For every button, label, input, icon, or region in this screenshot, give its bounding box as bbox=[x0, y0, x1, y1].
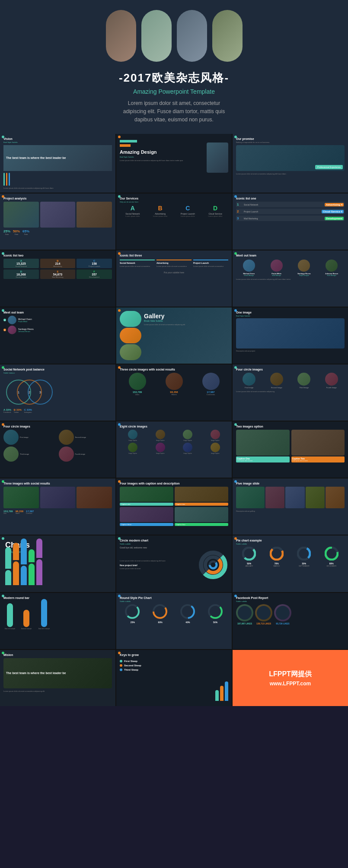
service-a: A Social Network Lorem ipsum dolor bbox=[120, 205, 146, 217]
fb-report-title: Facebook Post Report bbox=[236, 596, 345, 599]
two-images-title: Two images option bbox=[236, 425, 345, 428]
slide-promise: Our promise Nothing is impossible for us… bbox=[233, 134, 348, 193]
slides-grid: Vision Brief Style Subtitle The best tea… bbox=[0, 134, 348, 706]
three-img-title: Three images with social results bbox=[3, 482, 112, 485]
hero-col-4 bbox=[212, 10, 243, 62]
fc1-item-1: First Image bbox=[236, 373, 262, 389]
team1-avatar-4 bbox=[326, 260, 338, 272]
slide-indicator-14 bbox=[118, 366, 121, 369]
slide-indicator-16 bbox=[2, 423, 4, 426]
slide-iconic-list-three: Iconic list three Social Network Lorem i… bbox=[116, 250, 232, 307]
slide-charts: Charts Brief Style Subtitle bbox=[0, 535, 115, 592]
iconic2-e: E 54,873 Mail Marketing bbox=[40, 269, 76, 279]
vision-title: Vision bbox=[3, 137, 112, 140]
project-images bbox=[3, 202, 112, 228]
rpie-2: 60% bbox=[153, 604, 168, 624]
slide-indicator-28 bbox=[2, 652, 4, 654]
fc2-item-1: First image bbox=[3, 430, 57, 445]
slide-indicator-26 bbox=[118, 595, 121, 597]
team1-role-3: Graphic Designer bbox=[291, 275, 317, 276]
iconic2-c: C 158 Project Launch bbox=[77, 259, 112, 268]
promise-desc: Lorem ipsum dolor sit amet consectetur a… bbox=[236, 173, 345, 175]
iconic2-a: A 15,325 Social Network bbox=[3, 259, 39, 268]
promise-image: Professional Experience bbox=[236, 145, 345, 171]
slide-indicator-20 bbox=[118, 480, 121, 483]
bar-1a bbox=[5, 547, 11, 569]
gallery-content: Gallery Break Slide Subtitle Lorem ipsum… bbox=[120, 311, 228, 360]
slide-indicator-7 bbox=[2, 252, 4, 255]
slide-indicator-9 bbox=[234, 252, 237, 255]
fb-circle-3 bbox=[274, 604, 291, 621]
rbar-3 bbox=[41, 599, 47, 627]
gallery-desc: Lorem ipsum dolor sit amet consectetur a… bbox=[144, 323, 226, 326]
slide-iconic-list-two: Iconic list two A 15,325 Social Network … bbox=[0, 250, 115, 307]
slide-indicator-2 bbox=[118, 136, 121, 138]
ec-8: Image Caption bbox=[202, 443, 229, 454]
iconic3-cols: Social Network Lorem ipsum dolor sit ame… bbox=[120, 260, 228, 268]
footer-url: www.LFPPT.com bbox=[270, 681, 311, 687]
bar-5a bbox=[36, 539, 42, 558]
fc2-img-1 bbox=[3, 430, 19, 445]
four-img-3: Caption three bbox=[120, 507, 173, 526]
iconic2-title: Iconic list two bbox=[3, 254, 112, 257]
promise-badge: Professional Experience bbox=[315, 165, 343, 169]
rbar-group-2: Data two example bbox=[20, 610, 33, 630]
slide-keys-grow: Keys to grow First Steep Second Steep Th… bbox=[116, 650, 232, 706]
five-img-2 bbox=[265, 487, 284, 508]
slide-eight-circle: Eight circle images Image Caption Image … bbox=[116, 421, 232, 478]
pie-jan: 50% JANUARY bbox=[242, 547, 256, 567]
team1-member-2: Paula White Studio Manager bbox=[264, 260, 290, 276]
team2-avatar-1 bbox=[8, 316, 16, 324]
slide-indicator-8 bbox=[118, 252, 121, 255]
services-subtitle: Only we do service here bbox=[120, 201, 228, 203]
team1-member-3: Santiago Rivera Graphic Designer bbox=[291, 260, 317, 276]
three-circle-title: Three circle images with social results bbox=[120, 368, 228, 371]
fb-report-content: 187,987 LIKES 138,713 LIKES 93,726 LIKES bbox=[236, 604, 345, 625]
circle-2: 98,358 Shares bbox=[156, 373, 192, 396]
img-right-caption: Caption Two Lorem ipsum dolor sit amet bbox=[291, 456, 345, 463]
fb-circle-2 bbox=[255, 604, 272, 621]
five-img-row bbox=[236, 487, 345, 508]
slide-modern-round: Modern round bar Data one example Data t… bbox=[0, 593, 115, 649]
svg-text:2: 2 bbox=[29, 391, 30, 394]
bar-group-3 bbox=[21, 539, 27, 585]
slide-three-circle: Three circle images with social results … bbox=[116, 364, 232, 421]
fc2-item-2: Second image bbox=[59, 430, 112, 445]
design-accent-orange bbox=[120, 144, 131, 147]
team2-members: A Michael Owen Paula White B Santiago Ri… bbox=[3, 316, 112, 334]
slide-mission: Mision The best team is where the best l… bbox=[0, 650, 115, 706]
one-image-desc: Description about project bbox=[236, 350, 345, 352]
footer-content: LFPPT网提供 www.LFPPT.com bbox=[236, 653, 345, 703]
bar-group-5 bbox=[36, 539, 42, 585]
social-donut-row: 1 2 3 bbox=[3, 376, 112, 406]
social-subtitle: Subtle balance bbox=[3, 372, 112, 374]
bar-group-2 bbox=[13, 543, 19, 585]
five-img-5 bbox=[326, 487, 345, 508]
four-circles-1: First Image Second Image Third Image Fou… bbox=[236, 373, 345, 389]
pie-chart-content: 50% JANUARY 70% MARCH 30% SEPTEMBER bbox=[236, 547, 345, 567]
fc2-img-4 bbox=[59, 447, 74, 462]
fc1-text: Lorem ipsum dolor sit amet consectetur a… bbox=[236, 390, 345, 393]
circle-img-1 bbox=[129, 373, 146, 390]
key-dot-2 bbox=[120, 664, 122, 667]
fb-report-subtitle: Subtle subtitle bbox=[236, 600, 345, 602]
slide-indicator-12 bbox=[234, 309, 237, 312]
social-stats: A 33% Facebook B 33% Twitter C 33% Insta… bbox=[3, 409, 112, 413]
keys-title: Keys to grow bbox=[120, 653, 228, 656]
fc1-img-4 bbox=[325, 373, 338, 386]
iconic2-f: F 357 Development bbox=[77, 269, 112, 279]
circle-img-3 bbox=[202, 373, 220, 390]
four-circles-2: First image Second image Third image Fou… bbox=[3, 430, 112, 462]
eight-circle-title: Eight circle images bbox=[120, 425, 228, 428]
bar-group-1 bbox=[5, 547, 11, 585]
promise-text: Nothing is impossible for us in our busi… bbox=[236, 141, 345, 143]
four-circle2-title: Four circle images bbox=[3, 425, 112, 428]
team2-row-2: B Santiago Rivera Johanna Brown bbox=[3, 326, 112, 334]
hero-images bbox=[106, 10, 243, 62]
one-image-placeholder bbox=[236, 318, 345, 348]
slide-indicator-17 bbox=[118, 423, 121, 426]
slide-fb-report: Facebook Post Report Subtle subtitle 187… bbox=[233, 593, 348, 649]
slide-circle-chart: Circle modern chart Subtle subtitle Good… bbox=[116, 535, 232, 592]
four-img-2: Caption two bbox=[175, 487, 228, 506]
ec-3: Image Caption bbox=[175, 430, 201, 441]
